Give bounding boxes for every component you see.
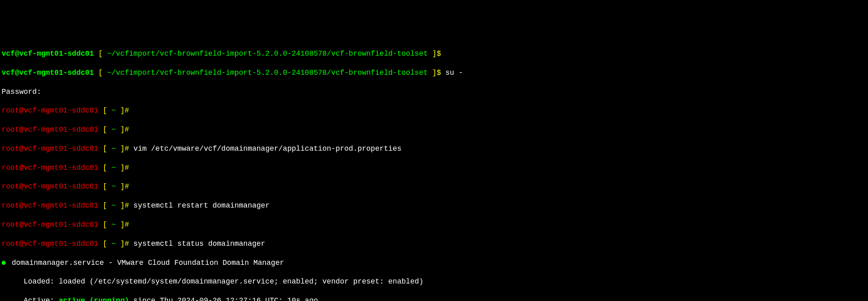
- bracket-close: ]#: [116, 106, 133, 115]
- bracket-open: [: [98, 106, 111, 115]
- root-prompt-7: root@vcf-mgmt01-sddc01 [ ~ ]#: [2, 220, 866, 230]
- bracket-open: [: [98, 201, 111, 210]
- bracket-open: [: [94, 69, 107, 77]
- root-host: root@vcf-mgmt01-sddc01: [2, 221, 98, 229]
- status-dot-icon: [2, 261, 6, 265]
- path: ~: [111, 221, 116, 229]
- bracket-close: ]#: [116, 126, 133, 134]
- command-status: systemctl status domainmanager: [133, 240, 265, 248]
- active-label: Active:: [2, 297, 59, 301]
- root-host: root@vcf-mgmt01-sddc01: [2, 164, 98, 172]
- bracket-open: [: [98, 145, 111, 153]
- command-su: su -: [445, 69, 463, 77]
- bracket-close: ]#: [116, 145, 133, 153]
- path: ~: [111, 164, 116, 172]
- bracket-close: ]#: [116, 201, 133, 210]
- root-prompt-1: root@vcf-mgmt01-sddc01 [ ~ ]#: [2, 106, 866, 115]
- bracket-open: [: [94, 50, 107, 58]
- root-host: root@vcf-mgmt01-sddc01: [2, 182, 98, 191]
- root-host: root@vcf-mgmt01-sddc01: [2, 145, 98, 153]
- service-name: domainmanager.service - VMware Cloud Fou…: [7, 259, 284, 267]
- active-since: since Thu 2024-09-26 12:27:16 UTC; 10s a…: [129, 297, 318, 301]
- bracket-close: ]#: [116, 221, 133, 229]
- bracket-close: ]#: [116, 182, 133, 191]
- terminal-output[interactable]: vcf@vcf-mgmt01-sddc01 [ ~/vcfimport/vcf-…: [2, 40, 866, 301]
- active-status: active (running): [59, 297, 129, 301]
- root-prompt-5: root@vcf-mgmt01-sddc01 [ ~ ]#: [2, 182, 866, 191]
- user-host: vcf@vcf-mgmt01-sddc01: [2, 50, 94, 58]
- status-service: domainmanager.service - VMware Cloud Fou…: [2, 258, 866, 268]
- path: ~: [111, 201, 116, 210]
- root-host: root@vcf-mgmt01-sddc01: [2, 106, 98, 115]
- path: ~: [111, 182, 116, 191]
- root-prompt-8: root@vcf-mgmt01-sddc01 [ ~ ]# systemctl …: [2, 239, 866, 249]
- root-prompt-4: root@vcf-mgmt01-sddc01 [ ~ ]#: [2, 163, 866, 173]
- path: ~: [111, 145, 116, 153]
- bracket-open: [: [98, 164, 111, 172]
- bracket-open: [: [98, 126, 111, 134]
- prompt-line-2: vcf@vcf-mgmt01-sddc01 [ ~/vcfimport/vcf-…: [2, 68, 866, 78]
- command-vim: vim /etc/vmware/vcf/domainmanager/applic…: [133, 145, 401, 153]
- path: ~/vcfimport/vcf-brownfield-import-5.2.0.…: [107, 50, 428, 58]
- path: ~: [111, 106, 116, 115]
- bracket-close: ]#: [116, 164, 133, 172]
- password-line: Password:: [2, 87, 866, 97]
- path: ~: [111, 126, 116, 134]
- root-prompt-2: root@vcf-mgmt01-sddc01 [ ~ ]#: [2, 125, 866, 134]
- command-restart: systemctl restart domainmanager: [133, 201, 270, 210]
- bracket-open: [: [98, 221, 111, 229]
- root-host: root@vcf-mgmt01-sddc01: [2, 240, 98, 248]
- root-host: root@vcf-mgmt01-sddc01: [2, 201, 98, 210]
- bracket-close: ]$: [428, 50, 445, 58]
- root-prompt-6: root@vcf-mgmt01-sddc01 [ ~ ]# systemctl …: [2, 201, 866, 210]
- path: ~/vcfimport/vcf-brownfield-import-5.2.0.…: [107, 69, 428, 77]
- path: ~: [111, 240, 116, 248]
- bracket-close: ]$: [428, 69, 445, 77]
- user-host: vcf@vcf-mgmt01-sddc01: [2, 69, 94, 77]
- status-active: Active: active (running) since Thu 2024-…: [2, 296, 866, 301]
- root-host: root@vcf-mgmt01-sddc01: [2, 126, 98, 134]
- bracket-open: [: [98, 182, 111, 191]
- bracket-open: [: [98, 240, 111, 248]
- password-label: Password:: [2, 88, 41, 96]
- root-prompt-3: root@vcf-mgmt01-sddc01 [ ~ ]# vim /etc/v…: [2, 144, 866, 154]
- bracket-close: ]#: [116, 240, 133, 248]
- status-loaded: Loaded: loaded (/etc/systemd/system/doma…: [2, 277, 866, 286]
- prompt-line-1: vcf@vcf-mgmt01-sddc01 [ ~/vcfimport/vcf-…: [2, 49, 866, 58]
